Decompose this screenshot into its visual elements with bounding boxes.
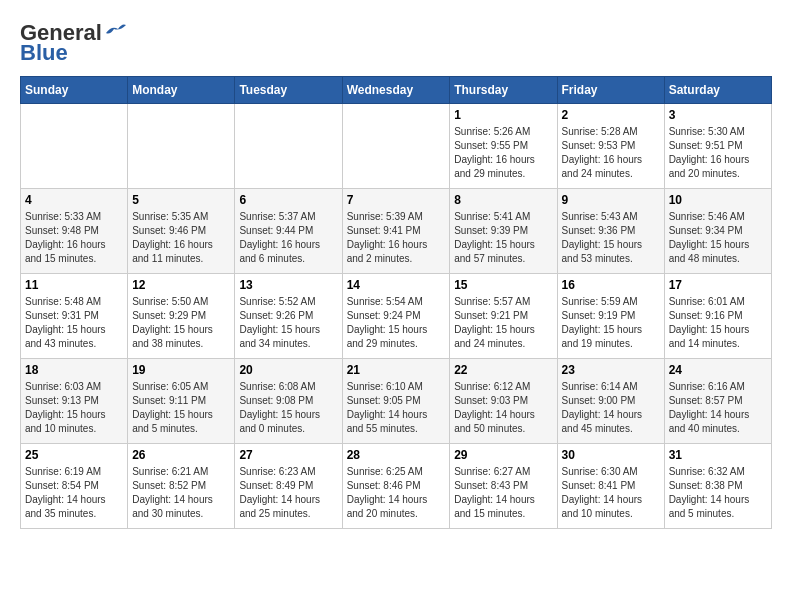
calendar-cell bbox=[21, 104, 128, 189]
calendar-cell: 12Sunrise: 5:50 AM Sunset: 9:29 PM Dayli… bbox=[128, 274, 235, 359]
header-monday: Monday bbox=[128, 77, 235, 104]
day-info: Sunrise: 6:27 AM Sunset: 8:43 PM Dayligh… bbox=[454, 465, 552, 521]
day-info: Sunrise: 5:59 AM Sunset: 9:19 PM Dayligh… bbox=[562, 295, 660, 351]
logo: General Blue bbox=[20, 20, 126, 66]
header-tuesday: Tuesday bbox=[235, 77, 342, 104]
calendar-cell: 27Sunrise: 6:23 AM Sunset: 8:49 PM Dayli… bbox=[235, 444, 342, 529]
day-number: 3 bbox=[669, 108, 767, 122]
day-info: Sunrise: 6:12 AM Sunset: 9:03 PM Dayligh… bbox=[454, 380, 552, 436]
calendar-cell: 31Sunrise: 6:32 AM Sunset: 8:38 PM Dayli… bbox=[664, 444, 771, 529]
calendar-cell: 14Sunrise: 5:54 AM Sunset: 9:24 PM Dayli… bbox=[342, 274, 450, 359]
day-info: Sunrise: 5:26 AM Sunset: 9:55 PM Dayligh… bbox=[454, 125, 552, 181]
calendar-cell: 22Sunrise: 6:12 AM Sunset: 9:03 PM Dayli… bbox=[450, 359, 557, 444]
day-number: 13 bbox=[239, 278, 337, 292]
calendar-cell: 15Sunrise: 5:57 AM Sunset: 9:21 PM Dayli… bbox=[450, 274, 557, 359]
calendar-cell: 25Sunrise: 6:19 AM Sunset: 8:54 PM Dayli… bbox=[21, 444, 128, 529]
calendar-table: SundayMondayTuesdayWednesdayThursdayFrid… bbox=[20, 76, 772, 529]
calendar-cell: 4Sunrise: 5:33 AM Sunset: 9:48 PM Daylig… bbox=[21, 189, 128, 274]
calendar-cell: 17Sunrise: 6:01 AM Sunset: 9:16 PM Dayli… bbox=[664, 274, 771, 359]
day-number: 25 bbox=[25, 448, 123, 462]
header-saturday: Saturday bbox=[664, 77, 771, 104]
day-info: Sunrise: 5:48 AM Sunset: 9:31 PM Dayligh… bbox=[25, 295, 123, 351]
calendar-cell: 9Sunrise: 5:43 AM Sunset: 9:36 PM Daylig… bbox=[557, 189, 664, 274]
logo-bird-icon bbox=[104, 23, 126, 39]
day-info: Sunrise: 6:08 AM Sunset: 9:08 PM Dayligh… bbox=[239, 380, 337, 436]
day-info: Sunrise: 6:32 AM Sunset: 8:38 PM Dayligh… bbox=[669, 465, 767, 521]
header-friday: Friday bbox=[557, 77, 664, 104]
day-info: Sunrise: 6:14 AM Sunset: 9:00 PM Dayligh… bbox=[562, 380, 660, 436]
calendar-cell bbox=[235, 104, 342, 189]
calendar-cell: 6Sunrise: 5:37 AM Sunset: 9:44 PM Daylig… bbox=[235, 189, 342, 274]
calendar-week-2: 4Sunrise: 5:33 AM Sunset: 9:48 PM Daylig… bbox=[21, 189, 772, 274]
day-info: Sunrise: 5:30 AM Sunset: 9:51 PM Dayligh… bbox=[669, 125, 767, 181]
day-info: Sunrise: 5:39 AM Sunset: 9:41 PM Dayligh… bbox=[347, 210, 446, 266]
calendar-cell: 3Sunrise: 5:30 AM Sunset: 9:51 PM Daylig… bbox=[664, 104, 771, 189]
day-info: Sunrise: 6:25 AM Sunset: 8:46 PM Dayligh… bbox=[347, 465, 446, 521]
calendar-cell: 21Sunrise: 6:10 AM Sunset: 9:05 PM Dayli… bbox=[342, 359, 450, 444]
calendar-week-5: 25Sunrise: 6:19 AM Sunset: 8:54 PM Dayli… bbox=[21, 444, 772, 529]
day-number: 4 bbox=[25, 193, 123, 207]
logo-blue-text: Blue bbox=[20, 40, 68, 66]
calendar-cell: 24Sunrise: 6:16 AM Sunset: 8:57 PM Dayli… bbox=[664, 359, 771, 444]
day-number: 29 bbox=[454, 448, 552, 462]
calendar-cell: 29Sunrise: 6:27 AM Sunset: 8:43 PM Dayli… bbox=[450, 444, 557, 529]
day-number: 1 bbox=[454, 108, 552, 122]
calendar-cell: 16Sunrise: 5:59 AM Sunset: 9:19 PM Dayli… bbox=[557, 274, 664, 359]
calendar-header-row: SundayMondayTuesdayWednesdayThursdayFrid… bbox=[21, 77, 772, 104]
day-number: 14 bbox=[347, 278, 446, 292]
header-sunday: Sunday bbox=[21, 77, 128, 104]
day-number: 17 bbox=[669, 278, 767, 292]
day-number: 11 bbox=[25, 278, 123, 292]
day-info: Sunrise: 6:01 AM Sunset: 9:16 PM Dayligh… bbox=[669, 295, 767, 351]
day-info: Sunrise: 5:37 AM Sunset: 9:44 PM Dayligh… bbox=[239, 210, 337, 266]
day-number: 22 bbox=[454, 363, 552, 377]
day-info: Sunrise: 6:03 AM Sunset: 9:13 PM Dayligh… bbox=[25, 380, 123, 436]
day-number: 27 bbox=[239, 448, 337, 462]
calendar-cell: 10Sunrise: 5:46 AM Sunset: 9:34 PM Dayli… bbox=[664, 189, 771, 274]
calendar-cell: 28Sunrise: 6:25 AM Sunset: 8:46 PM Dayli… bbox=[342, 444, 450, 529]
day-number: 16 bbox=[562, 278, 660, 292]
day-number: 19 bbox=[132, 363, 230, 377]
calendar-cell: 7Sunrise: 5:39 AM Sunset: 9:41 PM Daylig… bbox=[342, 189, 450, 274]
day-number: 18 bbox=[25, 363, 123, 377]
calendar-week-4: 18Sunrise: 6:03 AM Sunset: 9:13 PM Dayli… bbox=[21, 359, 772, 444]
day-info: Sunrise: 5:57 AM Sunset: 9:21 PM Dayligh… bbox=[454, 295, 552, 351]
calendar-cell bbox=[128, 104, 235, 189]
calendar-cell: 8Sunrise: 5:41 AM Sunset: 9:39 PM Daylig… bbox=[450, 189, 557, 274]
day-number: 6 bbox=[239, 193, 337, 207]
calendar-cell bbox=[342, 104, 450, 189]
day-info: Sunrise: 5:28 AM Sunset: 9:53 PM Dayligh… bbox=[562, 125, 660, 181]
day-number: 26 bbox=[132, 448, 230, 462]
header-thursday: Thursday bbox=[450, 77, 557, 104]
calendar-cell: 2Sunrise: 5:28 AM Sunset: 9:53 PM Daylig… bbox=[557, 104, 664, 189]
calendar-week-1: 1Sunrise: 5:26 AM Sunset: 9:55 PM Daylig… bbox=[21, 104, 772, 189]
day-number: 28 bbox=[347, 448, 446, 462]
calendar-cell: 1Sunrise: 5:26 AM Sunset: 9:55 PM Daylig… bbox=[450, 104, 557, 189]
day-number: 10 bbox=[669, 193, 767, 207]
day-number: 8 bbox=[454, 193, 552, 207]
day-info: Sunrise: 6:05 AM Sunset: 9:11 PM Dayligh… bbox=[132, 380, 230, 436]
day-info: Sunrise: 5:54 AM Sunset: 9:24 PM Dayligh… bbox=[347, 295, 446, 351]
calendar-cell: 5Sunrise: 5:35 AM Sunset: 9:46 PM Daylig… bbox=[128, 189, 235, 274]
day-number: 5 bbox=[132, 193, 230, 207]
day-info: Sunrise: 5:35 AM Sunset: 9:46 PM Dayligh… bbox=[132, 210, 230, 266]
day-number: 15 bbox=[454, 278, 552, 292]
day-number: 12 bbox=[132, 278, 230, 292]
day-number: 20 bbox=[239, 363, 337, 377]
day-info: Sunrise: 6:23 AM Sunset: 8:49 PM Dayligh… bbox=[239, 465, 337, 521]
day-info: Sunrise: 5:33 AM Sunset: 9:48 PM Dayligh… bbox=[25, 210, 123, 266]
day-number: 31 bbox=[669, 448, 767, 462]
day-info: Sunrise: 5:41 AM Sunset: 9:39 PM Dayligh… bbox=[454, 210, 552, 266]
day-info: Sunrise: 6:21 AM Sunset: 8:52 PM Dayligh… bbox=[132, 465, 230, 521]
day-number: 21 bbox=[347, 363, 446, 377]
day-number: 9 bbox=[562, 193, 660, 207]
calendar-cell: 13Sunrise: 5:52 AM Sunset: 9:26 PM Dayli… bbox=[235, 274, 342, 359]
day-number: 30 bbox=[562, 448, 660, 462]
day-info: Sunrise: 6:10 AM Sunset: 9:05 PM Dayligh… bbox=[347, 380, 446, 436]
day-info: Sunrise: 6:30 AM Sunset: 8:41 PM Dayligh… bbox=[562, 465, 660, 521]
day-info: Sunrise: 6:19 AM Sunset: 8:54 PM Dayligh… bbox=[25, 465, 123, 521]
calendar-cell: 20Sunrise: 6:08 AM Sunset: 9:08 PM Dayli… bbox=[235, 359, 342, 444]
calendar-cell: 23Sunrise: 6:14 AM Sunset: 9:00 PM Dayli… bbox=[557, 359, 664, 444]
day-info: Sunrise: 6:16 AM Sunset: 8:57 PM Dayligh… bbox=[669, 380, 767, 436]
calendar-cell: 19Sunrise: 6:05 AM Sunset: 9:11 PM Dayli… bbox=[128, 359, 235, 444]
